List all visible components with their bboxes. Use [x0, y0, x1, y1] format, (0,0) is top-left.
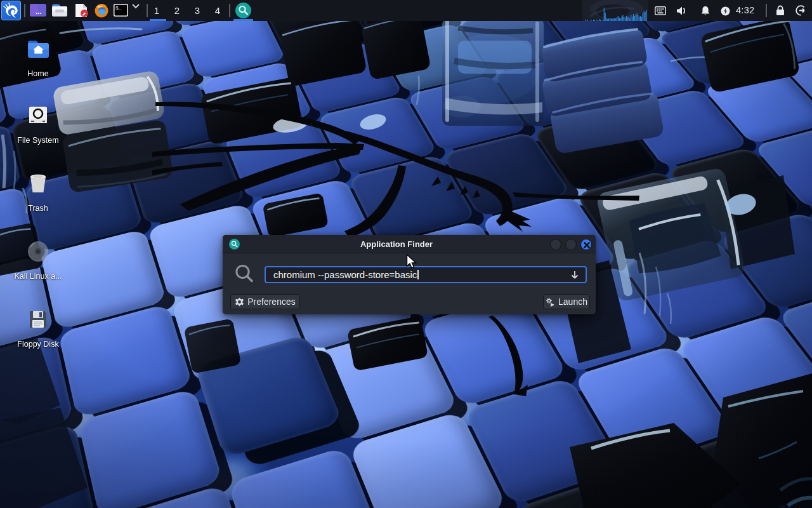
svg-text:$_: $_ [115, 5, 122, 11]
